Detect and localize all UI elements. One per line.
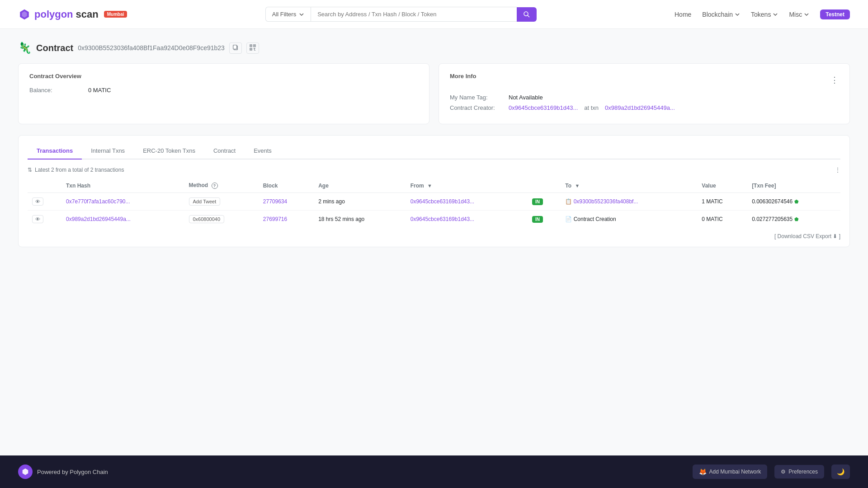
- search-input[interactable]: [311, 7, 517, 22]
- creator-at-text: at txn: [584, 104, 599, 111]
- balance-label: Balance:: [29, 87, 84, 94]
- from-cell: 0x9645cbce63169b1d43...: [406, 211, 528, 228]
- method-info-icon[interactable]: ?: [212, 183, 218, 189]
- age-cell: 2 mins ago: [314, 193, 406, 211]
- moon-icon: 🌙: [837, 468, 844, 475]
- direction-cell: IN: [528, 211, 561, 228]
- dark-mode-toggle[interactable]: 🌙: [831, 465, 850, 479]
- footer-powered-text: Powered by Polygon Chain: [37, 469, 108, 475]
- qr-button[interactable]: [246, 42, 259, 54]
- to-link[interactable]: 0x9300b5523036fa408bf...: [574, 198, 638, 205]
- more-info-card: More Info ⋮ My Name Tag: Not Available C…: [439, 63, 850, 124]
- testnet-badge[interactable]: Testnet: [820, 9, 850, 19]
- creator-label: Contract Creator:: [450, 104, 504, 111]
- age-cell: 18 hrs 52 mins ago: [314, 211, 406, 228]
- more-options-button[interactable]: ⋮: [830, 76, 839, 84]
- logo-polygon-text: polygon: [34, 9, 73, 20]
- svg-rect-9: [250, 45, 251, 46]
- network-icon: 🦊: [699, 468, 707, 475]
- value-cell: 1 MATIC: [697, 193, 747, 211]
- copy-address-button[interactable]: [229, 42, 242, 54]
- preferences-button[interactable]: ⚙ Preferences: [774, 465, 824, 479]
- col-empty: [28, 178, 61, 193]
- to-filter-icon[interactable]: ▼: [575, 183, 580, 188]
- svg-rect-10: [254, 45, 255, 46]
- txn-hash-link[interactable]: 0x989a2d1bd26945449a...: [66, 216, 131, 222]
- fee-icon: ⬟: [794, 199, 799, 204]
- from-filter-icon[interactable]: ▼: [427, 183, 432, 188]
- svg-point-2: [524, 12, 528, 16]
- creator-address-link[interactable]: 0x9645cbce63169b1d43...: [509, 104, 578, 111]
- more-options-table[interactable]: ⋮: [835, 167, 840, 173]
- block-link[interactable]: 27699716: [263, 216, 287, 222]
- copy-icon: [232, 44, 239, 51]
- tab-transactions[interactable]: Transactions: [28, 143, 82, 160]
- search-button[interactable]: [517, 7, 537, 22]
- block-link[interactable]: 27709634: [263, 198, 287, 205]
- nav-tokens[interactable]: Tokens: [751, 11, 778, 18]
- eye-button[interactable]: 👁: [32, 215, 43, 223]
- txn-hash-cell: 0x7e770f7afa1ac60c790...: [61, 193, 184, 211]
- search-icon: [523, 11, 530, 18]
- csv-export-row: [ Download CSV Export ⬇ ]: [28, 232, 840, 239]
- table-meta-text: Latest 2 from a total of 2 transactions: [35, 167, 124, 173]
- footer: Powered by Polygon Chain 🦊 Add Mumbai Ne…: [0, 455, 868, 488]
- from-link[interactable]: 0x9645cbce63169b1d43...: [410, 216, 474, 222]
- tabs: Transactions Internal Txns ERC-20 Token …: [28, 143, 840, 160]
- fee-cell: 0.027277205635 ⬟: [747, 211, 840, 228]
- main-content: 🦎 Contract 0x9300B5523036fa408Bf1Faa924D…: [0, 29, 868, 455]
- contract-address: 0x9300B5523036fa408Bf1Faa924D0e08F9ce91b…: [78, 44, 225, 52]
- filter-icon: ⇅: [28, 167, 32, 173]
- contract-title-row: 🦎 Contract 0x9300B5523036fa408Bf1Faa924D…: [18, 42, 850, 54]
- fee-icon: ⬟: [794, 216, 799, 222]
- block-cell: 27709634: [259, 193, 314, 211]
- nav-area: Home Blockchain Tokens Misc Testnet: [675, 9, 850, 19]
- creator-txn-link[interactable]: 0x989a2d1bd26945449a...: [605, 104, 675, 111]
- nav-home[interactable]: Home: [675, 11, 691, 18]
- eye-button[interactable]: 👁: [32, 197, 43, 206]
- filter-dropdown[interactable]: All Filters: [265, 7, 311, 22]
- contract-creation-text: Contract Creation: [574, 216, 616, 222]
- to-icon: 📄: [565, 216, 573, 222]
- chevron-down-icon: [299, 12, 304, 17]
- footer-polygon-icon: [21, 468, 29, 476]
- contract-emoji: 🦎: [18, 42, 32, 54]
- direction-badge: IN: [532, 216, 543, 223]
- txn-hash-cell: 0x989a2d1bd26945449a...: [61, 211, 184, 228]
- header: polygonscan Mumbai All Filters Home Bloc…: [0, 0, 868, 29]
- value-cell: 0 MATIC: [697, 211, 747, 228]
- preferences-icon: ⚙: [781, 469, 786, 475]
- polygon-logo-icon: [18, 8, 31, 21]
- from-link[interactable]: 0x9645cbce63169b1d43...: [410, 198, 474, 205]
- csv-export-link[interactable]: [ Download CSV Export ⬇ ]: [774, 233, 840, 239]
- tab-erc20[interactable]: ERC-20 Token Txns: [134, 143, 204, 160]
- svg-rect-11: [250, 49, 251, 50]
- table-row: 👁 0x7e770f7afa1ac60c790... Add Tweet 277…: [28, 193, 840, 211]
- to-cell: 📋 0x9300b5523036fa408bf...: [561, 193, 697, 211]
- chevron-down-icon: [773, 12, 778, 17]
- table-meta-row: ⇅ Latest 2 from a total of 2 transaction…: [28, 167, 840, 173]
- col-value: Value: [697, 178, 747, 193]
- tab-events[interactable]: Events: [245, 143, 281, 160]
- tab-internal-txns[interactable]: Internal Txns: [82, 143, 134, 160]
- nav-blockchain[interactable]: Blockchain: [702, 11, 740, 18]
- name-tag-label: My Name Tag:: [450, 94, 504, 101]
- nav-misc[interactable]: Misc: [789, 11, 809, 18]
- direction-cell: IN: [528, 193, 561, 211]
- tab-contract[interactable]: Contract: [204, 143, 245, 160]
- chevron-down-icon: [735, 12, 740, 17]
- more-info-header: More Info ⋮: [450, 73, 839, 87]
- name-tag-value: Not Available: [509, 94, 543, 101]
- footer-left: Powered by Polygon Chain: [18, 465, 108, 479]
- add-network-button[interactable]: 🦊 Add Mumbai Network: [693, 465, 768, 479]
- more-info-title: More Info: [450, 73, 476, 80]
- svg-line-3: [528, 15, 529, 17]
- txn-hash-link[interactable]: 0x7e770f7afa1ac60c790...: [66, 198, 130, 205]
- logo-scan-text: scan: [76, 9, 99, 20]
- info-cards-row: Contract Overview Balance: 0 MATIC More …: [18, 63, 850, 124]
- col-from: From ▼: [406, 178, 528, 193]
- eye-cell: 👁: [28, 211, 61, 228]
- contract-overview-title: Contract Overview: [29, 73, 418, 80]
- contract-label: Contract: [36, 43, 73, 53]
- from-cell: 0x9645cbce63169b1d43...: [406, 193, 528, 211]
